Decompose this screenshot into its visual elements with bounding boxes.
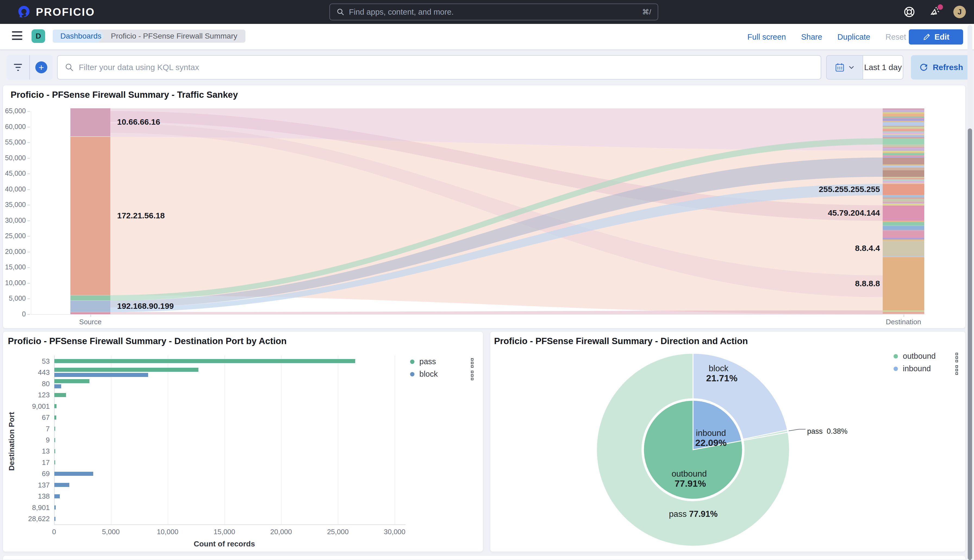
gridline: [224, 355, 225, 524]
calendar-icon: [835, 62, 845, 73]
global-search-input[interactable]: Find apps, content, and more. ⌘/: [329, 3, 658, 20]
bar-x-axis-title: Count of records: [54, 540, 394, 548]
legend-actions-icon[interactable]: [956, 353, 958, 362]
time-range-value[interactable]: Last 1 day: [862, 55, 903, 80]
duplicate-button[interactable]: Duplicate: [837, 33, 870, 42]
filter-icon: [14, 64, 22, 71]
bar-segment: [54, 505, 56, 510]
bar-category-label: 123: [5, 391, 50, 399]
sankey-node: [883, 183, 924, 184]
top-navbar: PROFICIO Find apps, content, and more. ⌘…: [0, 0, 974, 24]
sankey-node: [883, 129, 924, 132]
pencil-icon: [923, 33, 931, 41]
sankey-node: [883, 240, 924, 241]
sankey-node: [883, 204, 924, 206]
dashboard-page: PROFICIO Find apps, content, and more. ⌘…: [0, 0, 974, 560]
pie-callout-line: [789, 429, 805, 431]
bar-category-label: 9: [5, 436, 50, 444]
sankey-node: [883, 310, 924, 312]
sankey-source-label: 192.168.90.199: [117, 302, 174, 311]
bar-category-label: 13: [5, 447, 50, 455]
gridline: [281, 355, 282, 524]
bar-category-label: 138: [5, 492, 50, 500]
kql-query-input[interactable]: Filter your data using KQL syntax: [57, 55, 821, 80]
search-shortcut-hint: ⌘/: [642, 8, 651, 16]
sankey-node: [883, 222, 924, 226]
add-filter-button[interactable]: +: [29, 55, 53, 80]
sankey-node: [883, 165, 924, 166]
pie-pct-inbound: 22.09%: [695, 438, 727, 448]
sankey-node: [883, 137, 924, 138]
sankey-node: [883, 147, 924, 148]
space-badge[interactable]: D: [32, 29, 45, 43]
sankey-node: [883, 145, 924, 147]
sankey-node: [70, 108, 110, 137]
page-scrollbar-thumb[interactable]: [968, 128, 972, 560]
sankey-node: [883, 158, 924, 164]
bar-category-label: 28,622: [5, 515, 50, 523]
sankey-node: [883, 166, 924, 168]
pie-pct-block: 21.71%: [706, 373, 737, 383]
bar-segment: [54, 483, 69, 487]
sankey-node: [883, 132, 924, 134]
full-screen-button[interactable]: Full screen: [747, 33, 786, 42]
legend-item-block[interactable]: block: [410, 370, 438, 378]
share-button[interactable]: Share: [801, 33, 822, 42]
legend-actions-icon[interactable]: [956, 365, 958, 375]
legend-item-inbound[interactable]: inbound: [894, 364, 931, 373]
sankey-node: [883, 257, 924, 257]
pie-label-outbound: outbound: [672, 469, 707, 479]
user-avatar[interactable]: J: [953, 6, 966, 18]
sankey-ribbon: [110, 310, 883, 314]
global-search-placeholder: Find apps, content, and more.: [349, 8, 638, 17]
date-picker-button[interactable]: [826, 55, 862, 80]
reset-button[interactable]: Reset: [885, 33, 906, 42]
sankey-node: [883, 230, 924, 231]
sankey-node: [883, 113, 924, 117]
bar-segment: [54, 373, 148, 377]
edit-button-label: Edit: [935, 33, 949, 42]
gridline: [394, 355, 395, 524]
sankey-node: [883, 121, 924, 122]
sankey-dest-label: 8.8.8.8: [855, 279, 880, 288]
pie-pct-outbound: 77.91%: [675, 478, 706, 489]
sankey-node: [883, 241, 924, 256]
bar-segment: [54, 404, 57, 408]
filter-menu-button[interactable]: [7, 55, 29, 80]
brand[interactable]: PROFICIO: [17, 0, 95, 24]
sankey-node: [70, 312, 110, 314]
gridline: [111, 355, 112, 524]
sankey-node: [883, 132, 924, 132]
filter-controls: +: [7, 55, 53, 80]
legend-item-outbound[interactable]: outbound: [894, 352, 936, 361]
brand-name: PROFICIO: [36, 6, 95, 18]
sankey-node: [883, 226, 924, 230]
sankey-chart[interactable]: 05,00010,00015,00020,00025,00030,00035,0…: [3, 85, 966, 328]
pie-label-inbound: inbound: [696, 428, 726, 438]
legend-actions-icon[interactable]: [471, 371, 473, 380]
sankey-node: [70, 301, 110, 312]
help-icon[interactable]: [902, 5, 916, 19]
sankey-node: [883, 168, 924, 170]
sankey-node: [883, 119, 924, 121]
bar-category-label: 17: [5, 458, 50, 467]
sankey-node: [70, 137, 110, 295]
pie-label-pass: pass 77.91%: [669, 509, 717, 519]
sankey-node: [883, 126, 924, 127]
edit-button[interactable]: Edit: [909, 29, 963, 45]
bar-category-label: 53: [5, 357, 50, 365]
pie-callout-pass-sliver: pass 0.38%: [807, 427, 848, 436]
sankey-node: [883, 152, 924, 153]
sankey-node: [883, 199, 924, 202]
chevron-down-icon: [848, 64, 855, 71]
sankey-node: [883, 177, 924, 178]
legend-actions-icon[interactable]: [471, 358, 473, 368]
gridline: [168, 355, 168, 524]
notification-dot: [937, 4, 943, 10]
refresh-button[interactable]: Refresh: [911, 55, 971, 80]
pass-color-dot: [410, 360, 414, 364]
sankey-dest-label: 8.8.4.4: [855, 243, 880, 253]
news-icon[interactable]: [928, 5, 942, 19]
menu-icon[interactable]: [12, 31, 22, 40]
legend-item-pass[interactable]: pass: [410, 357, 436, 366]
